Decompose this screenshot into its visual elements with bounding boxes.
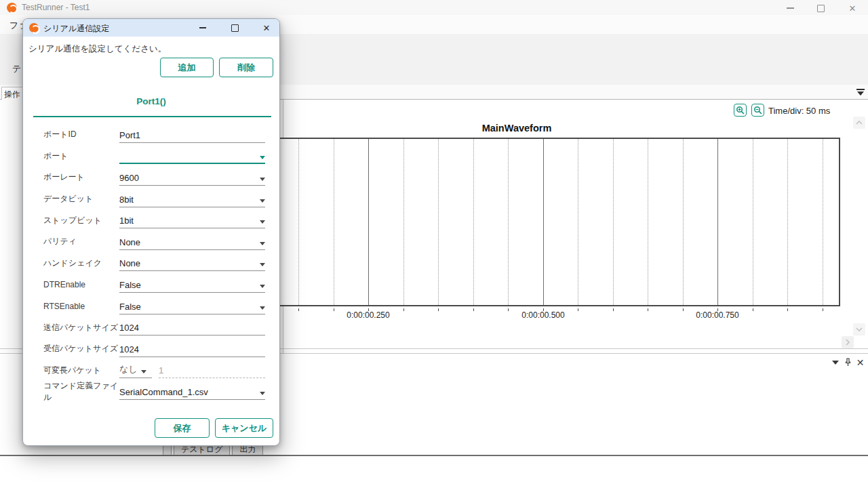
x-axis-label: 0:00:00.250 bbox=[331, 310, 406, 320]
dialog-close-button[interactable]: ✕ bbox=[258, 22, 275, 33]
field-value: 1bit bbox=[119, 216, 257, 226]
field-input[interactable]: 1024 bbox=[119, 341, 265, 357]
field-value: False bbox=[119, 302, 257, 312]
field-label: ボーレート bbox=[43, 171, 119, 183]
tab-port1[interactable]: Port1() bbox=[23, 96, 279, 106]
chevron-down-icon bbox=[260, 263, 265, 266]
field-input[interactable]: 1024 bbox=[119, 319, 265, 336]
field-value: なし bbox=[119, 363, 138, 375]
scroll-down-arrow[interactable] bbox=[853, 323, 865, 336]
chevron-down-icon bbox=[260, 220, 265, 224]
field-value: 9600 bbox=[119, 173, 257, 183]
dialog-maximize-button[interactable] bbox=[226, 22, 243, 33]
magnifier-minus-icon bbox=[753, 106, 762, 115]
dialog-minimize-button[interactable] bbox=[194, 22, 212, 33]
app-logo-icon bbox=[7, 3, 17, 13]
field-value: 1024 bbox=[119, 323, 265, 333]
minor-gridline bbox=[683, 139, 684, 305]
field-value: None bbox=[119, 258, 257, 268]
delete-port-button[interactable]: 削除 bbox=[219, 58, 273, 77]
minor-gridline bbox=[613, 139, 614, 305]
chevron-down-icon bbox=[260, 392, 265, 395]
field-input[interactable]: なし1 bbox=[119, 362, 265, 378]
scroll-right-arrow[interactable] bbox=[842, 336, 854, 348]
field-value: 1024 bbox=[119, 344, 265, 354]
zoom-in-button[interactable] bbox=[734, 104, 747, 117]
dialog-titlebar[interactable]: シリアル通信設定 ✕ bbox=[23, 19, 279, 37]
field-value: 8bit bbox=[119, 195, 257, 205]
chart-title: MainWaveform bbox=[449, 123, 585, 134]
window-close-button[interactable]: ✕ bbox=[842, 3, 863, 13]
field-dropdown[interactable]: 9600 bbox=[119, 169, 265, 186]
form-row: DTREnableFalse bbox=[23, 274, 279, 296]
field-label: 受信パケットサイズ bbox=[43, 343, 119, 354]
form-row: ポートIDPort1 bbox=[23, 124, 279, 146]
zoom-out-button[interactable] bbox=[751, 104, 764, 117]
dialog-message: シリアル通信を設定してください。 bbox=[28, 43, 166, 55]
form-row: ボーレート9600 bbox=[23, 167, 279, 188]
window-bottom-border bbox=[0, 455, 868, 456]
dock-close-icon[interactable]: ✕ bbox=[855, 357, 865, 367]
dialog-form: ポートIDPort1ポートボーレート9600データビット8bitストップビット1… bbox=[23, 124, 279, 403]
major-gridline bbox=[368, 139, 369, 305]
field-dropdown[interactable]: False bbox=[119, 277, 265, 293]
scroll-up-arrow[interactable] bbox=[853, 117, 865, 129]
x-axis-label: 0:00:00.750 bbox=[680, 310, 755, 320]
field-value: Port1 bbox=[119, 130, 265, 140]
form-row: コマンド定義ファイルSerialCommand_1.csv bbox=[23, 381, 279, 403]
minor-gridline bbox=[508, 139, 509, 305]
field-label: パリティ bbox=[43, 236, 119, 247]
chevron-down-icon bbox=[260, 178, 265, 181]
field-input-disabled: 1 bbox=[159, 362, 265, 378]
field-label: ポート bbox=[43, 150, 119, 162]
form-row: 可変長パケットなし1 bbox=[23, 360, 279, 382]
minor-gridline bbox=[578, 139, 578, 305]
minor-gridline bbox=[753, 139, 753, 305]
magnifier-plus-icon bbox=[736, 106, 745, 115]
minor-gridline bbox=[473, 139, 474, 305]
field-dropdown[interactable]: 8bit bbox=[119, 191, 265, 207]
window-minimize-button[interactable] bbox=[780, 3, 800, 13]
minor-gridline bbox=[298, 139, 299, 305]
form-row: ポート bbox=[23, 146, 279, 167]
chevron-down-icon bbox=[141, 370, 146, 373]
minor-gridline bbox=[403, 139, 404, 305]
field-label: コマンド定義ファイル bbox=[43, 380, 119, 403]
chevron-down-icon bbox=[260, 306, 265, 310]
window-restore-button[interactable] bbox=[810, 3, 831, 13]
field-dropdown[interactable]: なし bbox=[119, 362, 152, 378]
field-dropdown[interactable]: False bbox=[119, 298, 265, 314]
major-gridline bbox=[717, 139, 718, 305]
field-value: SerialCommand_1.csv bbox=[119, 387, 257, 397]
field-value: False bbox=[119, 280, 257, 290]
major-gridline bbox=[543, 139, 544, 305]
minor-gridline bbox=[823, 139, 823, 305]
cancel-button[interactable]: キャンセル bbox=[215, 418, 273, 438]
waveform-plot[interactable] bbox=[194, 138, 840, 306]
field-dropdown[interactable] bbox=[119, 148, 265, 164]
field-label: 可変長パケット bbox=[43, 365, 119, 376]
toolbar-label: テ bbox=[12, 63, 21, 75]
tab-underline bbox=[33, 116, 271, 117]
field-dropdown[interactable]: None bbox=[119, 255, 265, 271]
form-row: 受信パケットサイズ1024 bbox=[23, 338, 279, 360]
time-per-div-label: Time/div: 50 ms bbox=[768, 106, 830, 116]
field-label: ストップビット bbox=[43, 215, 119, 226]
panel-options-icon[interactable] bbox=[856, 89, 865, 97]
form-row: データビット8bit bbox=[23, 188, 279, 210]
chevron-down-icon bbox=[260, 199, 265, 203]
dock-pin-icon[interactable] bbox=[843, 357, 853, 367]
field-dropdown[interactable]: None bbox=[119, 234, 265, 250]
minor-gridline bbox=[787, 139, 788, 305]
field-dropdown[interactable]: 1bit bbox=[119, 212, 265, 228]
dock-menu-caret-icon[interactable] bbox=[830, 357, 840, 367]
field-value: None bbox=[119, 237, 257, 247]
field-dropdown[interactable]: SerialCommand_1.csv bbox=[119, 384, 265, 400]
add-port-button[interactable]: 追加 bbox=[160, 58, 214, 77]
chevron-down-icon bbox=[260, 156, 265, 159]
form-row: ハンドシェイクNone bbox=[23, 253, 279, 274]
main-window-title: TestRunner - Test1 bbox=[22, 3, 90, 12]
form-row: RTSEnableFalse bbox=[23, 296, 279, 317]
field-input[interactable]: Port1 bbox=[119, 127, 265, 143]
save-button[interactable]: 保存 bbox=[155, 418, 210, 438]
